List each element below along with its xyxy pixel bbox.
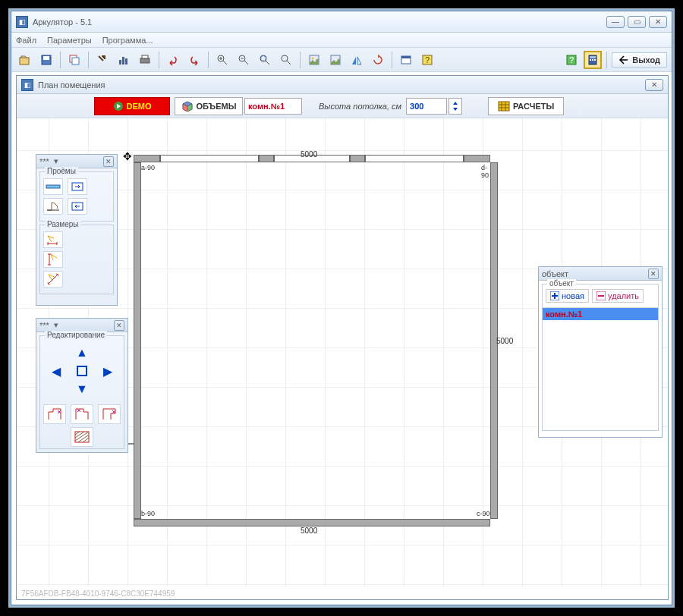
object-close[interactable]: ✕ bbox=[648, 269, 659, 279]
menu-params[interactable]: Параметры bbox=[47, 36, 92, 45]
insert-right-icon[interactable] bbox=[68, 178, 87, 195]
menu-program[interactable]: Программа... bbox=[102, 36, 153, 45]
save-icon[interactable] bbox=[37, 51, 55, 69]
hatch-tool[interactable] bbox=[71, 427, 93, 447]
new-label: новая bbox=[562, 291, 584, 300]
door-tool[interactable] bbox=[43, 198, 63, 215]
dim-diag-tool[interactable] bbox=[43, 271, 63, 288]
demo-button[interactable]: DEMO bbox=[94, 97, 170, 115]
plus-icon bbox=[550, 291, 559, 300]
palette-openings: *** ▾ ✕ Проёмы Размеры bbox=[36, 154, 118, 306]
chart-icon[interactable] bbox=[115, 51, 133, 69]
help2-icon[interactable]: ? bbox=[562, 51, 581, 69]
image1-icon[interactable] bbox=[305, 51, 323, 69]
arrow-right-icon[interactable]: ▶ bbox=[99, 362, 117, 380]
wall-left[interactable] bbox=[134, 162, 141, 519]
volumes-button[interactable]: ОБЪЕМЫ bbox=[175, 97, 243, 115]
exit-button[interactable]: Выход bbox=[612, 52, 667, 68]
dim-bottom: 5000 bbox=[301, 526, 317, 535]
layers-icon[interactable] bbox=[65, 51, 83, 69]
palette1-close[interactable]: ✕ bbox=[103, 156, 114, 167]
svg-rect-34 bbox=[77, 366, 87, 376]
footer-guid: 7F56AFDB-FB48-4010-9746-C8C30E744959 bbox=[21, 589, 175, 598]
room-name-field[interactable]: комн.№1 bbox=[244, 98, 302, 115]
menu-file[interactable]: Файл bbox=[16, 36, 36, 45]
print-icon[interactable] bbox=[136, 51, 154, 69]
svg-rect-8 bbox=[140, 58, 150, 63]
chevron-down-icon[interactable]: ▾ bbox=[54, 320, 58, 330]
ceiling-input[interactable] bbox=[406, 98, 447, 115]
rotate-icon[interactable] bbox=[369, 51, 387, 69]
wall-top-1[interactable] bbox=[134, 155, 160, 162]
object-new-button[interactable]: новая bbox=[546, 289, 589, 303]
help-icon[interactable]: ? bbox=[418, 51, 436, 69]
window-icon[interactable] bbox=[397, 51, 415, 69]
ceiling-spin[interactable] bbox=[449, 98, 462, 115]
object-title: объект bbox=[542, 269, 568, 278]
close-button[interactable]: ✕ bbox=[649, 16, 667, 28]
svg-text:?: ? bbox=[425, 55, 430, 64]
corner-a: a-90 bbox=[141, 164, 155, 171]
open-icon[interactable] bbox=[16, 51, 34, 69]
wall-top-2[interactable] bbox=[259, 155, 274, 162]
mirror-icon[interactable] bbox=[348, 51, 366, 69]
arrow-left-icon[interactable]: ◀ bbox=[47, 362, 65, 380]
zoom-window-icon[interactable] bbox=[256, 51, 274, 69]
zoom-out-icon[interactable] bbox=[234, 51, 253, 69]
redo-icon[interactable] bbox=[185, 51, 203, 69]
object-list: комн.№1 bbox=[543, 307, 658, 320]
arrow-down-icon[interactable]: ▼ bbox=[73, 380, 91, 398]
minimize-button[interactable]: — bbox=[606, 16, 625, 28]
dim-vert-tool[interactable] bbox=[43, 251, 63, 268]
corner-d: d-90 bbox=[481, 164, 490, 179]
calc-label: РАСЧЕТЫ bbox=[513, 102, 554, 111]
chevron-down-icon[interactable]: ▾ bbox=[54, 156, 58, 166]
undo-icon[interactable] bbox=[164, 51, 182, 69]
dim-top: 5000 bbox=[301, 150, 317, 159]
corner-tool-2[interactable] bbox=[71, 404, 93, 424]
zoom-fit-icon[interactable] bbox=[277, 51, 295, 69]
insert-left-icon[interactable] bbox=[68, 198, 87, 215]
minus-icon bbox=[596, 291, 606, 300]
calculator-icon[interactable] bbox=[584, 51, 602, 69]
play-icon bbox=[113, 101, 124, 112]
calc-button[interactable]: РАСЧЕТЫ bbox=[488, 97, 564, 115]
svg-rect-0 bbox=[20, 58, 29, 64]
svg-text:?: ? bbox=[569, 55, 574, 64]
arrow-up-icon[interactable]: ▲ bbox=[73, 344, 91, 362]
svg-rect-27 bbox=[592, 59, 593, 61]
move-handle-icon[interactable]: ✥ bbox=[123, 150, 132, 162]
plan-close-button[interactable]: ✕ bbox=[645, 79, 663, 91]
menu-bar: Файл Параметры Программа... bbox=[11, 33, 672, 48]
main-toolbar: ? ? Выход bbox=[11, 48, 672, 72]
image2-icon[interactable] bbox=[326, 51, 345, 69]
wall-bottom[interactable] bbox=[134, 519, 490, 526]
palette2-close[interactable]: ✕ bbox=[114, 320, 124, 331]
exit-label: Выход bbox=[632, 55, 660, 64]
zoom-in-icon[interactable] bbox=[213, 51, 231, 69]
dim-horiz-tool[interactable] bbox=[43, 231, 63, 248]
hammer-icon[interactable] bbox=[93, 51, 112, 69]
wall-top-3[interactable] bbox=[350, 155, 365, 162]
window-3[interactable] bbox=[365, 155, 464, 162]
svg-rect-30 bbox=[499, 102, 509, 111]
main-window: ◧ Аркулятор - 5.1 — ▭ ✕ Файл Параметры П… bbox=[11, 11, 672, 605]
object-delete-button[interactable]: удалить bbox=[592, 289, 644, 303]
room-outline: ✥ 5000 5000 5000 5000 a-90 d-90 b-90 bbox=[134, 155, 490, 511]
palette-edit: *** ▾ ✕ Редактирование ▲ ◀ ▶ ▼ bbox=[36, 318, 128, 453]
corner-tool-1[interactable] bbox=[43, 404, 66, 424]
window-tool[interactable] bbox=[43, 178, 63, 195]
plan-title-bar: ◧ План помещения ✕ bbox=[17, 76, 668, 94]
svg-rect-5 bbox=[119, 60, 121, 64]
svg-rect-25 bbox=[590, 56, 596, 58]
group-edit-label: Редактирование bbox=[45, 331, 107, 339]
object-item[interactable]: комн.№1 bbox=[543, 308, 658, 320]
corner-tool-3[interactable] bbox=[98, 404, 121, 424]
wall-top-4[interactable] bbox=[464, 155, 490, 162]
center-box-icon[interactable] bbox=[73, 362, 91, 380]
plan-toolbar: DEMO ОБЪЕМЫ комн.№1 Высота потолка, см Р… bbox=[17, 94, 668, 118]
window-1[interactable] bbox=[160, 155, 259, 162]
object-panel: объект ✕ объект новая удалить комн.№1 bbox=[538, 266, 663, 438]
svg-point-16 bbox=[312, 57, 314, 59]
maximize-button[interactable]: ▭ bbox=[628, 16, 646, 28]
